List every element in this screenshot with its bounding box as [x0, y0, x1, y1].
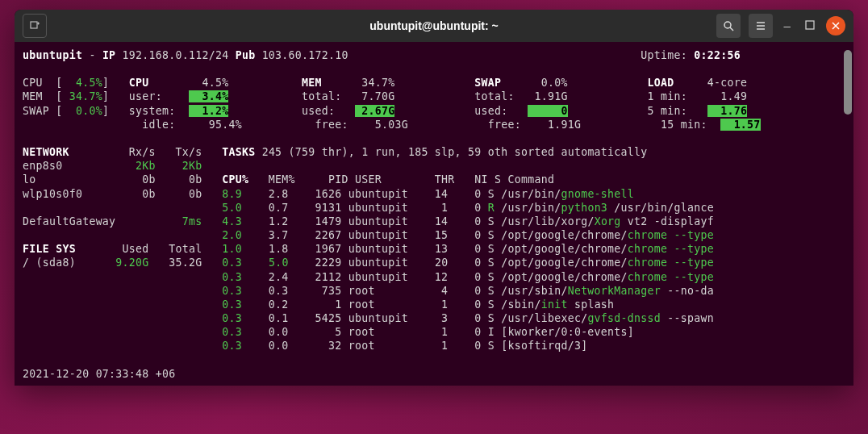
maximize-icon [805, 20, 815, 30]
terminal-window: ubuntupit@ubuntupit: ~ — ubuntupit - IP … [15, 10, 853, 386]
search-button[interactable] [716, 14, 741, 38]
scrollbar[interactable] [844, 50, 852, 115]
hamburger-icon [755, 20, 766, 31]
svg-rect-3 [806, 21, 814, 29]
close-icon [832, 22, 840, 30]
menu-button[interactable] [749, 14, 773, 38]
search-icon [723, 20, 734, 31]
titlebar[interactable]: ubuntupit@ubuntupit: ~ — [15, 10, 853, 42]
svg-line-2 [730, 27, 733, 31]
new-tab-icon [29, 20, 40, 31]
new-tab-button[interactable] [23, 14, 47, 38]
close-button[interactable] [826, 16, 845, 35]
svg-rect-0 [31, 22, 37, 28]
minimize-button[interactable]: — [781, 19, 794, 33]
maximize-button[interactable] [802, 19, 818, 33]
svg-point-1 [724, 22, 731, 28]
terminal-content[interactable]: ubuntupit - IP 192.168.0.112/24 Pub 103.… [15, 42, 853, 386]
